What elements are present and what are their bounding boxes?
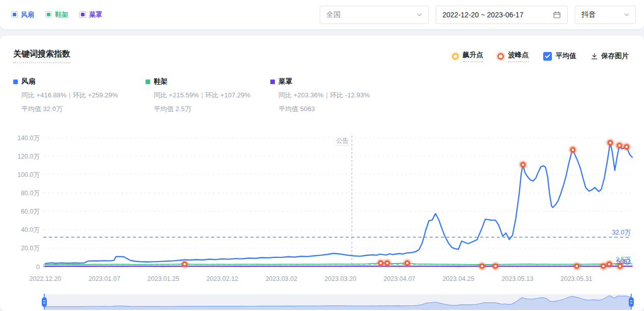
keyword-stats: 风扇同比 +416.88%｜环比 +259.29%平均值 32.0万鞋架同比 +… [0,77,644,114]
stat-keyword: 鞋架 [146,77,270,86]
legend-item-2[interactable]: 鞋架 [45,10,68,19]
stat-card-1: 风扇同比 +416.88%｜环比 +259.29%平均值 32.0万 [13,77,146,114]
legend-item-3[interactable]: 菜罩 [79,10,102,19]
platform-select[interactable]: 抖音 [575,6,636,24]
peak-point-toggle[interactable]: 波峰点 [497,50,529,62]
peak-point-label: 波峰点 [508,50,529,62]
legend-item-1[interactable]: 风扇 [11,10,34,19]
series-color-icon [270,80,275,84]
stat-average: 平均值 32.0万 [13,105,146,114]
download-icon [591,53,598,60]
series-color-icon [13,80,18,84]
region-select[interactable]: 全国 [320,6,429,24]
top-toolbar: 风扇鞋架菜罩 全国 2022-12-20 ~ 2023-06-17 抖音 [0,0,644,29]
toolbar-controls: 全国 2022-12-20 ~ 2023-06-17 抖音 [320,6,636,24]
stat-yoy-mom: 同比 +203.36%｜环比 -12.93% [270,91,370,100]
region-select-value: 全国 [326,10,341,19]
calendar-icon [553,11,561,19]
stat-average: 平均值 5063 [270,105,370,114]
legend-checkbox-icon [45,11,52,18]
stat-yoy-mom: 同比 +416.88%｜环比 +259.29% [13,91,146,100]
checkbox-checked-icon [543,52,552,61]
average-label: 平均值 [556,51,577,61]
peak-point-icon [497,53,504,60]
legend-item-label: 菜罩 [89,10,102,19]
save-image-label: 保存图片 [601,51,629,61]
chevron-down-icon [624,13,629,16]
platform-select-value: 抖音 [581,10,596,19]
stat-card-3: 菜罩同比 +203.36%｜环比 -12.93%平均值 5063 [270,77,370,114]
stat-yoy-mom: 同比 +215.59%｜环比 +107.29% [146,91,270,100]
average-checkbox[interactable]: 平均值 [543,51,577,61]
chart-controls: 飙升点 波峰点 平均值 保存图片 [452,50,629,62]
legend-checkbox-icon [11,11,18,18]
surge-point-label: 飙升点 [463,50,484,62]
legend-item-label: 鞋架 [55,10,68,19]
series-color-icon [146,80,150,84]
chevron-down-icon [417,13,422,16]
keyword-legend: 风扇鞋架菜罩 [11,10,102,19]
stat-card-2: 鞋架同比 +215.59%｜环比 +107.29%平均值 2.5万 [146,77,270,114]
legend-checkbox-icon [79,11,86,18]
save-image-button[interactable]: 保存图片 [591,51,629,61]
page-title: 关键词搜索指数 [13,49,70,63]
stat-keyword: 风扇 [13,77,146,86]
date-range-value: 2022-12-20 ~ 2023-06-17 [442,11,523,19]
stat-average: 平均值 2.5万 [146,105,270,114]
stat-keyword: 菜罩 [270,77,370,86]
surge-point-toggle[interactable]: 飙升点 [452,50,484,62]
search-index-panel: 关键词搜索指数 飙升点 波峰点 平均值 保存图片 [0,36,644,311]
legend-item-label: 风扇 [21,10,34,19]
surge-point-icon [452,53,459,60]
date-range-picker[interactable]: 2022-12-20 ~ 2023-06-17 [436,6,568,24]
